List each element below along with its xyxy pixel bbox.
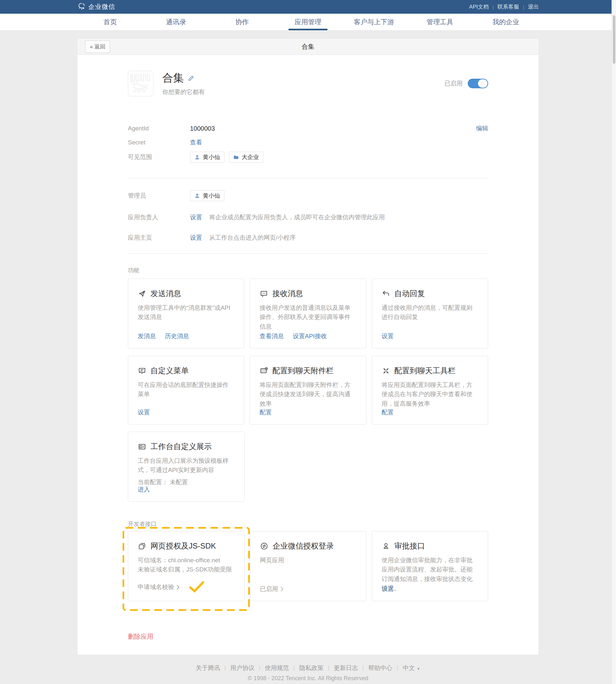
visible-scope-label: 可见范围 <box>128 153 190 161</box>
chat-toolbar-config-link[interactable]: 配置 <box>382 408 394 416</box>
history-message-link[interactable]: 历史消息 <box>165 332 189 340</box>
owner-desc: 将企业成员配置为应用负责人，成员即可在企业微信内管理此应用 <box>209 213 385 222</box>
secret-view-link[interactable]: 查看 <box>190 138 202 146</box>
edit-link[interactable]: 编辑 <box>476 124 488 133</box>
apply-domain-verify-link[interactable]: 申请域名校验 <box>138 583 179 591</box>
app-info-section: AgentId 1000003 编辑 Secret 查看 可见范围 黄 <box>128 124 488 163</box>
tab-my-company[interactable]: 我的企业 <box>473 14 539 30</box>
enable-toggle[interactable] <box>468 79 488 88</box>
feature-card-receive-message: 接收消息 接收用户发送的普通消息以及菜单操作、外部联系人变更回调等事件信息 查看… <box>250 278 366 348</box>
footer-separator: | <box>397 665 398 671</box>
footer-separator: | <box>328 665 329 671</box>
dev-card-wecom-auth-login: 企业微信授权登录 网页应用 已启用 <box>250 531 366 601</box>
chat-attachment-icon <box>260 367 268 375</box>
dev-card-approval-api: 审批接口 使用企业微信审批能力，在非审批应用内设置流程、发起审批。还能订阅通知消… <box>372 531 488 601</box>
approval-api-icon <box>382 542 390 550</box>
app-detail-card: 合集 你想要的它都有 已启用 <box>77 55 539 655</box>
wecom-bubble-icon <box>77 2 86 12</box>
copyright-text: © 1998 - 2022 Tencent Inc. All Rights Re… <box>77 675 539 682</box>
dev-card-title: 企业微信授权登录 <box>272 541 334 551</box>
footer-separator: | <box>259 665 260 671</box>
footer-link-usage-rules[interactable]: 使用规范 <box>265 664 289 672</box>
person-icon <box>195 155 200 160</box>
app-header: 合集 你想要的它都有 已启用 <box>128 71 488 96</box>
owner-set-link[interactable]: 设置 <box>190 213 202 222</box>
footer-link-user-agreement[interactable]: 用户协议 <box>230 664 255 672</box>
admin-member-name: 黄小仙 <box>203 192 220 200</box>
set-api-receive-link[interactable]: 设置API接收 <box>293 332 327 340</box>
view-message-link[interactable]: 查看消息 <box>260 332 284 340</box>
feature-title: 配置到聊天工具栏 <box>394 366 456 376</box>
app-name: 合集 <box>162 71 184 86</box>
edit-app-name-icon[interactable] <box>188 75 195 83</box>
feature-title: 自定义菜单 <box>151 366 189 376</box>
agentid-value: 1000003 <box>190 125 215 132</box>
scope-dept-name: 大企业 <box>242 153 259 161</box>
workbench-enter-link[interactable]: 进入 <box>138 485 150 494</box>
scope-member-name: 黄小仙 <box>203 153 220 161</box>
scrollbar-thumb[interactable] <box>613 15 615 64</box>
divider <box>128 253 488 254</box>
tab-app-management[interactable]: 应用管理 <box>275 14 341 30</box>
footer-link-privacy[interactable]: 隐私政策 <box>300 664 324 672</box>
footer-link-changelog[interactable]: 更新日志 <box>334 664 358 672</box>
logo-text: 企业微信 <box>88 3 115 11</box>
dev-card-title: 网页授权及JS-SDK <box>151 541 216 551</box>
annotation-check-icon <box>189 581 204 593</box>
topbar-link-api-docs[interactable]: API文档 <box>469 3 488 10</box>
custom-menu-set-link[interactable]: 设置 <box>138 408 150 416</box>
dev-card-desc: 网页应用 <box>260 555 356 565</box>
app-logo: 企业微信 <box>77 2 115 12</box>
feature-title: 工作台自定义展示 <box>151 441 212 452</box>
feature-desc: 使用管理工具中的“消息群发”或API发送消息 <box>138 303 234 322</box>
language-selector[interactable]: 中文 <box>403 664 420 672</box>
web-auth-jssdk-icon <box>138 542 146 550</box>
footer-separator: | <box>224 665 226 671</box>
trusted-domain-value: chl.online-office.net <box>168 557 220 564</box>
feature-desc: 将应用页面配置到聊天附件栏，方便成员快捷发送到聊天，提高沟通效率 <box>260 380 356 408</box>
tab-home[interactable]: 首页 <box>77 14 143 30</box>
login-enabled-link[interactable]: 已启用 <box>260 585 283 593</box>
scrollbar-track <box>612 0 616 684</box>
send-message-link[interactable]: 发消息 <box>138 332 156 340</box>
secret-label: Secret <box>128 139 190 146</box>
tab-contacts[interactable]: 通讯录 <box>143 14 209 30</box>
feature-title: 配置到聊天附件栏 <box>272 366 333 376</box>
chevron-right-icon <box>281 587 283 592</box>
tab-collaboration[interactable]: 协作 <box>209 14 275 30</box>
auto-reply-set-link[interactable]: 设置 <box>382 332 394 340</box>
dev-card-jssdk: 网页授权及JS-SDK 可信域名：chl.online-office.net 未… <box>128 531 245 601</box>
feature-card-workbench-display: 工作台自定义展示 工作台应用入口展示为预设模板样式，可通过API实时更新内容 当… <box>128 432 245 502</box>
footer: 关于腾讯 | 用户协议 | 使用规范 | 隐私政策 | 更新日志 | 帮助中心 … <box>77 664 539 682</box>
current-config-label: 当前配置： <box>138 479 168 485</box>
footer-separator: | <box>293 665 294 671</box>
topbar: 企业微信 API文档 | 联系客服 | 退出 <box>0 0 616 14</box>
feature-desc: 将应用页面配置到聊天工具栏，方便成员在与客户的聊天中查看和使用，提高服务效率 <box>382 380 478 408</box>
topbar-link-contact-support[interactable]: 联系客服 <box>498 3 519 10</box>
topbar-link-logout[interactable]: 退出 <box>528 3 539 10</box>
feature-card-custom-menu: 自定义菜单 可在应用会话的底部配置快捷操作菜单 设置 <box>128 356 244 425</box>
tab-management-tools[interactable]: 管理工具 <box>407 14 473 30</box>
admin-label: 管理员 <box>128 191 190 200</box>
homepage-set-link[interactable]: 设置 <box>190 234 202 242</box>
chevron-right-icon <box>177 585 179 590</box>
feature-title: 自动回复 <box>394 289 425 299</box>
footer-link-about[interactable]: 关于腾讯 <box>196 664 220 672</box>
custom-menu-icon <box>138 367 146 375</box>
topbar-separator: | <box>492 4 494 9</box>
delete-app-link[interactable]: 删除应用 <box>128 632 153 641</box>
dev-card-title: 审批接口 <box>394 541 425 551</box>
person-icon <box>195 193 200 199</box>
main-nav: 首页 通讯录 协作 应用管理 客户与上下游 管理工具 我的企业 <box>0 14 616 30</box>
approval-set-link[interactable]: 设置 <box>382 585 394 593</box>
features-section-label: 功能 <box>128 267 488 274</box>
homepage-desc: 从工作台点击进入的网页/小程序 <box>209 234 295 242</box>
feature-title: 接收消息 <box>272 289 303 299</box>
feature-card-chat-toolbar: 配置到聊天工具栏 将应用页面配置到聊天工具栏，方便成员在与客户的聊天中查看和使用… <box>372 356 488 425</box>
dev-card-desc: 使用企业微信审批能力，在非审批应用内设置流程、发起审批。还能订阅通知消息，接收审… <box>382 555 478 593</box>
feature-card-chat-attachment: 配置到聊天附件栏 将应用页面配置到聊天附件栏，方便成员快捷发送到聊天，提高沟通效… <box>250 356 366 425</box>
tab-customers[interactable]: 客户与上下游 <box>341 14 407 30</box>
feature-desc: 接收用户发送的普通消息以及菜单操作、外部联系人变更回调等事件信息 <box>260 303 356 331</box>
chat-attachment-config-link[interactable]: 配置 <box>260 408 272 416</box>
footer-link-help-center[interactable]: 帮助中心 <box>368 664 393 672</box>
